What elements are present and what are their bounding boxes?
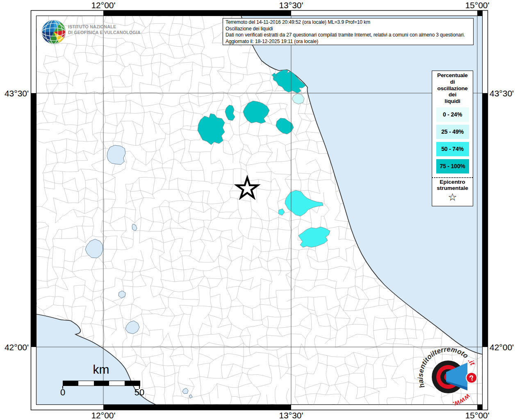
legend-title: Percentuale di oscillazione dei liquidi	[432, 72, 473, 105]
axis-top-12: 12°00'	[91, 0, 115, 10]
scalebar-segment	[63, 381, 78, 386]
legend-title-line: oscillazione	[432, 85, 473, 92]
legend: Percentuale di oscillazione dei liquidi …	[432, 71, 473, 206]
legend-class-0-24: 0 - 24%	[436, 107, 469, 122]
ingv-logo-text: ISTITUTO NAZIONALE DI GEOFISICA E VULCAN…	[68, 24, 141, 35]
ingv-name-line2: DI GEOFISICA E VULCANOLOGIA	[68, 30, 141, 36]
legend-class-label: 25 - 49%	[441, 128, 463, 135]
scalebar-end: 50	[134, 387, 144, 398]
legend-epicenter-line: strumentale	[432, 185, 473, 192]
axis-top-15: 15°00'	[465, 0, 489, 10]
axis-left-4330: 43°30'	[0, 89, 29, 98]
event-updated: Aggiornato il: 18-12-2025 19:11 (ora loc…	[226, 39, 471, 45]
axis-bottom-1330: 13°30'	[279, 411, 303, 420]
legend-title-line: Percentuale	[432, 72, 473, 79]
legend-epicenter-label: Epicentro strumentale	[432, 179, 473, 192]
event-effect: Oscillazione dei liquidi	[226, 26, 471, 32]
scalebar	[63, 381, 140, 386]
seismic-map-page: ? haisentitoilterremoto .it www. 12°00' …	[0, 0, 515, 420]
ingv-globe-icon	[42, 20, 66, 44]
map-content	[36, 15, 483, 406]
legend-divider	[432, 177, 473, 178]
legend-class-25-49: 25 - 49%	[436, 125, 469, 139]
legend-class-label: 50 - 74%	[441, 146, 463, 152]
event-data-note: Dati non verificati estratti da 27 quest…	[226, 32, 471, 39]
axis-right-4200: 42°00'	[490, 342, 514, 352]
scalebar-start: 0	[60, 387, 65, 398]
event-info-box: Terremoto del 14-11-2016 20:49:52 (ora l…	[223, 18, 474, 45]
map-canvas: ? haisentitoilterremoto .it www.	[0, 0, 515, 420]
axis-bottom-15: 15°00'	[465, 411, 489, 420]
legend-class-label: 0 - 24%	[443, 111, 462, 118]
scalebar-segment	[78, 381, 93, 386]
scalebar-segment	[125, 381, 140, 386]
event-title: Terremoto del 14-11-2016 20:49:52 (ora l…	[226, 19, 471, 26]
scalebar-segment	[94, 381, 109, 386]
legend-star-icon: ☆	[432, 192, 473, 202]
axis-top-1330: 13°30'	[279, 0, 303, 10]
axis-left-4200: 42°00'	[0, 342, 29, 352]
legend-class-label: 75 - 100%	[440, 163, 465, 169]
axis-right-4330: 43°30'	[490, 89, 514, 98]
scalebar-segment	[109, 381, 124, 386]
haisentitoilterremoto-logo: ? haisentitoilterremoto .it www.	[417, 345, 477, 408]
legend-class-50-74: 50 - 74%	[436, 142, 469, 156]
scalebar-unit: km	[63, 363, 139, 377]
legend-title-line: dei	[432, 91, 473, 98]
legend-class-75-100: 75 - 100%	[436, 159, 469, 173]
legend-title-line: liquidi	[432, 98, 473, 105]
axis-bottom-12: 12°00'	[91, 411, 115, 420]
ingv-name-line1: ISTITUTO NAZIONALE	[68, 24, 141, 30]
legend-title-line: di	[432, 79, 473, 85]
legend-epicenter-line: Epicentro	[432, 179, 473, 185]
epicenter-star	[237, 178, 258, 198]
